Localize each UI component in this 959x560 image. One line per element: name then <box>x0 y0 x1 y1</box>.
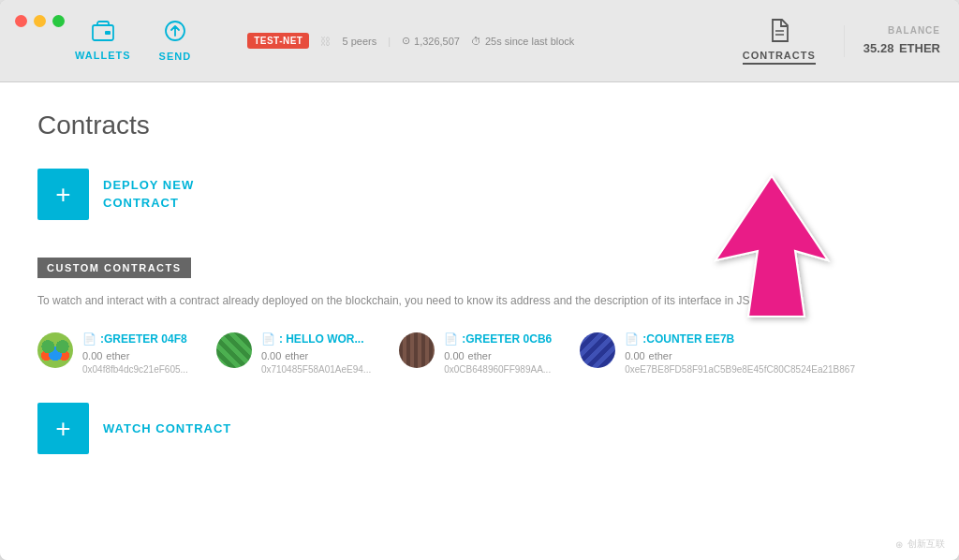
balance-section: BALANCE 35.28 ETHER <box>844 25 940 57</box>
watermark: ⊛ 创新互联 <box>895 538 945 551</box>
nav-items: WALLETS SEND TEST-NET ⛓ 5 peers | <box>75 20 574 62</box>
deploy-label: DEPLOY NEWCONTRACT <box>103 177 194 211</box>
block-icon: ⊙ <box>402 35 410 47</box>
contract-avatar-3 <box>399 332 435 368</box>
blocks-status: ⊙ 1,326,507 <box>402 35 460 47</box>
contract-info-2: 📄 : HELLO WOR... 0.00 ether 0x710485F58A… <box>261 332 371 375</box>
file-icon-4: 📄 <box>625 332 639 346</box>
contract-address-2: 0x710485F58A01AeE94... <box>261 364 371 375</box>
network-badge: TEST-NET <box>247 33 309 49</box>
contract-name-4: 📄 :COUNTER EE7B <box>625 332 855 346</box>
lastblock-status: ⏱ 25s since last block <box>471 36 574 47</box>
contract-balance-4: 0.00 ether <box>625 347 855 362</box>
minimize-button[interactable] <box>34 15 46 27</box>
section-description: To watch and interact with a contract al… <box>37 292 922 309</box>
contract-info-4: 📄 :COUNTER EE7B 0.00 ether 0xeE7BE8FD58F… <box>625 332 855 375</box>
contract-balance-2: 0.00 ether <box>261 347 371 362</box>
contracts-label: CONTRACTS <box>743 50 816 61</box>
contract-avatar-2 <box>216 332 252 368</box>
maximize-button[interactable] <box>52 15 65 27</box>
contract-name-1: 📄 :GREETER 04F8 <box>82 332 188 346</box>
file-icon-2: 📄 <box>261 332 275 346</box>
contract-item-greeter0cb6[interactable]: 📄 :GREETER 0CB6 0.00 ether 0x0CB648960FF… <box>399 332 552 375</box>
send-icon <box>164 20 186 47</box>
main-content: Contracts + DEPLOY NEWCONTRACT CUSTOM CO… <box>0 82 959 560</box>
contract-item-greeter04f8[interactable]: 📄 :GREETER 04F8 0.00 ether 0x04f8fb4dc9c… <box>37 332 188 375</box>
traffic-lights <box>15 15 65 27</box>
balance-amount: 35.28 ETHER <box>863 36 940 57</box>
nav-contracts[interactable]: CONTRACTS <box>743 18 816 65</box>
svg-rect-1 <box>105 31 111 35</box>
contract-item-hellowor[interactable]: 📄 : HELLO WOR... 0.00 ether 0x710485F58A… <box>216 332 371 375</box>
contract-balance-1: 0.00 ether <box>82 347 188 362</box>
contracts-icon <box>768 18 790 46</box>
contract-name-2: 📄 : HELLO WOR... <box>261 332 371 346</box>
watch-plus-icon: + <box>37 403 89 454</box>
watch-label: WATCH CONTRACT <box>103 421 231 435</box>
status-bar: TEST-NET ⛓ 5 peers | ⊙ 1,326,507 ⏱ 25s s… <box>247 33 574 49</box>
contracts-list: 📄 :GREETER 04F8 0.00 ether 0x04f8fb4dc9c… <box>37 332 922 375</box>
contract-name-3: 📄 :GREETER 0CB6 <box>444 332 552 346</box>
deploy-contract-button[interactable]: + DEPLOY NEWCONTRACT <box>37 169 922 220</box>
nav-right: CONTRACTS BALANCE 35.28 ETHER <box>743 18 940 65</box>
page-title: Contracts <box>37 111 922 140</box>
send-label: SEND <box>159 51 192 62</box>
contract-avatar-4 <box>580 332 615 368</box>
contract-item-counteree7b[interactable]: 📄 :COUNTER EE7B 0.00 ether 0xeE7BE8FD58F… <box>580 332 855 375</box>
titlebar: WALLETS SEND TEST-NET ⛓ 5 peers | <box>0 0 959 82</box>
peers-status: 5 peers <box>342 36 376 47</box>
contract-avatar-1 <box>37 332 73 368</box>
contract-address-4: 0xeE7BE8FD58F91aC5B9e8E45fC80C8524Ea21B8… <box>625 364 855 375</box>
deploy-plus-icon: + <box>37 169 89 220</box>
wallets-label: WALLETS <box>75 50 131 61</box>
wallets-icon <box>92 21 114 46</box>
contract-info-3: 📄 :GREETER 0CB6 0.00 ether 0x0CB648960FF… <box>444 332 552 375</box>
clock-icon: ⏱ <box>471 36 481 47</box>
nav-send[interactable]: SEND <box>159 20 192 62</box>
balance-label: BALANCE <box>863 25 940 36</box>
watch-contract-button[interactable]: + WATCH CONTRACT <box>37 403 922 454</box>
file-icon-1: 📄 <box>82 332 96 346</box>
file-icon-3: 📄 <box>444 332 458 346</box>
contract-balance-3: 0.00 ether <box>444 347 552 362</box>
contract-address-1: 0x04f8fb4dc9c21eF605... <box>82 364 188 375</box>
nav-wallets[interactable]: WALLETS <box>75 21 131 61</box>
close-button[interactable] <box>15 15 27 27</box>
contract-address-3: 0x0CB648960FF989AA... <box>444 364 552 375</box>
contract-info-1: 📄 :GREETER 04F8 0.00 ether 0x04f8fb4dc9c… <box>82 332 188 375</box>
section-header: CUSTOM CONTRACTS <box>37 258 191 278</box>
